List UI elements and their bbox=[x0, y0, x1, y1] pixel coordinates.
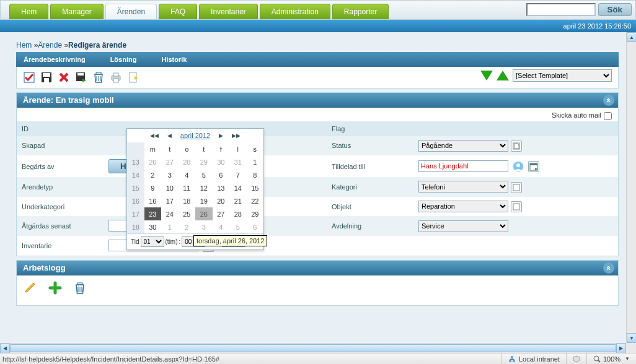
tab-losning[interactable]: Lösning bbox=[110, 56, 137, 63]
template-down-icon[interactable] bbox=[480, 71, 493, 80]
cal-title[interactable]: april 2012 bbox=[180, 132, 210, 139]
cal-day[interactable]: 16 bbox=[144, 194, 162, 207]
calendar-assign-icon[interactable] bbox=[528, 161, 539, 172]
cal-day[interactable]: 6 bbox=[247, 220, 264, 233]
cal-prev-month-icon[interactable]: ◀ bbox=[167, 132, 172, 139]
edit-icon[interactable] bbox=[23, 280, 38, 295]
cal-day[interactable]: 15 bbox=[247, 181, 264, 194]
cal-day[interactable]: 28 bbox=[179, 155, 196, 168]
cal-day[interactable]: 7 bbox=[229, 168, 247, 181]
search-button[interactable]: Sök bbox=[598, 3, 632, 16]
trash-icon[interactable] bbox=[91, 70, 106, 85]
svg-rect-5 bbox=[77, 73, 84, 76]
cal-day[interactable]: 4 bbox=[213, 220, 230, 233]
auto-mail-checkbox[interactable] bbox=[604, 112, 612, 120]
cal-day[interactable]: 12 bbox=[195, 181, 213, 194]
cal-day[interactable]: 3 bbox=[161, 168, 179, 181]
nav-tab-faq[interactable]: FAQ bbox=[159, 4, 197, 19]
kategori-new-icon[interactable] bbox=[511, 182, 522, 193]
cal-day[interactable]: 2 bbox=[179, 220, 196, 233]
delete-icon[interactable] bbox=[56, 70, 71, 85]
cal-hour-select[interactable]: 01 bbox=[141, 236, 164, 247]
datetime-bar: april 23 2012 15:26:50 bbox=[0, 20, 636, 32]
avdelning-select[interactable]: Service bbox=[418, 220, 508, 232]
cal-day[interactable]: 5 bbox=[229, 220, 247, 233]
cal-day[interactable]: 11 bbox=[179, 181, 196, 194]
collapse-icon[interactable] bbox=[603, 95, 614, 106]
cal-day[interactable]: 4 bbox=[179, 168, 196, 181]
cal-day[interactable]: 6 bbox=[213, 168, 230, 181]
cal-day[interactable]: 20 bbox=[213, 194, 230, 207]
intranet-icon bbox=[508, 355, 516, 363]
objekt-new-icon[interactable] bbox=[511, 201, 522, 212]
user-icon[interactable] bbox=[513, 161, 524, 172]
nav-tab-administration[interactable]: Administration bbox=[260, 4, 330, 19]
save-go-icon[interactable] bbox=[74, 70, 89, 85]
add-icon[interactable] bbox=[48, 280, 63, 295]
save-icon[interactable] bbox=[39, 70, 54, 85]
main-nav: Hem Manager Ärenden FAQ Inventarier Admi… bbox=[0, 0, 636, 20]
cal-day[interactable]: 1 bbox=[161, 220, 179, 233]
cal-day[interactable]: 1 bbox=[247, 155, 264, 168]
cal-day[interactable]: 22 bbox=[247, 194, 264, 207]
save-check-icon[interactable] bbox=[22, 70, 37, 85]
cal-day[interactable]: 26 bbox=[144, 155, 162, 168]
cal-day[interactable]: 10 bbox=[161, 181, 179, 194]
cal-day[interactable]: 5 bbox=[195, 168, 213, 181]
svg-rect-3 bbox=[44, 78, 49, 82]
cal-day[interactable]: 18 bbox=[179, 194, 196, 207]
cal-day[interactable]: 14 bbox=[229, 181, 247, 194]
print-icon[interactable] bbox=[108, 70, 123, 85]
cal-day[interactable]: 3 bbox=[195, 220, 213, 233]
cal-day[interactable]: 27 bbox=[161, 155, 179, 168]
horizontal-scrollbar[interactable]: ◀▶ bbox=[0, 343, 626, 353]
nav-tab-rapporter[interactable]: Rapporter bbox=[332, 4, 389, 19]
nav-tab-manager[interactable]: Manager bbox=[50, 4, 103, 19]
template-select[interactable]: [Select Template] bbox=[513, 69, 612, 82]
cal-day[interactable]: 30 bbox=[213, 155, 230, 168]
cal-day[interactable]: 30 bbox=[144, 220, 162, 233]
cal-prev-year-icon[interactable]: ◀◀ bbox=[150, 132, 159, 139]
cal-next-year-icon[interactable]: ▶▶ bbox=[232, 132, 241, 139]
cal-day[interactable]: 27 bbox=[213, 207, 230, 220]
search-input[interactable] bbox=[526, 3, 596, 16]
svg-rect-16 bbox=[513, 184, 519, 191]
status-select[interactable]: Pågående bbox=[418, 140, 508, 152]
cal-day[interactable]: 28 bbox=[229, 207, 247, 220]
vertical-scrollbar[interactable]: ▲▼ bbox=[626, 32, 636, 343]
new-page-icon[interactable] bbox=[126, 70, 141, 85]
collapse-icon-2[interactable] bbox=[603, 262, 614, 274]
status-url: http://lsf-helpdesk5/Helpdesk/Incident/I… bbox=[0, 355, 501, 363]
cal-day[interactable]: 17 bbox=[161, 194, 179, 207]
cal-day[interactable]: 25 bbox=[179, 207, 196, 220]
status-new-icon[interactable] bbox=[511, 141, 522, 152]
cal-day[interactable]: 23 bbox=[144, 207, 162, 220]
cal-day[interactable]: 21 bbox=[229, 194, 247, 207]
breadcrumb-hem[interactable]: Hem bbox=[16, 41, 32, 50]
kategori-select[interactable]: Telefoni bbox=[418, 181, 508, 193]
zoom-icon bbox=[593, 355, 601, 363]
cal-day[interactable]: 29 bbox=[195, 155, 213, 168]
cal-next-month-icon[interactable]: ▶ bbox=[219, 132, 223, 139]
tilldelad-input[interactable] bbox=[418, 160, 508, 172]
trash-icon-2[interactable] bbox=[73, 280, 87, 295]
status-zoom[interactable]: 100% ▼ bbox=[586, 353, 636, 364]
template-up-icon[interactable] bbox=[497, 71, 509, 80]
nav-tab-arenden[interactable]: Ärenden bbox=[105, 4, 157, 19]
cal-day[interactable]: 13 bbox=[213, 181, 230, 194]
tab-arendebeskrivning[interactable]: Ärendebeskrivning bbox=[24, 56, 86, 63]
breadcrumb-arende[interactable]: Ärende bbox=[38, 41, 62, 50]
cal-day[interactable]: 29 bbox=[247, 207, 264, 220]
cal-day[interactable]: 26 bbox=[195, 207, 213, 220]
cal-day[interactable]: 9 bbox=[144, 181, 162, 194]
cal-day[interactable]: 2 bbox=[144, 168, 162, 181]
objekt-select[interactable]: Reparation bbox=[418, 201, 508, 212]
cal-day[interactable]: 8 bbox=[247, 168, 264, 181]
nav-tab-hem[interactable]: Hem bbox=[9, 4, 48, 19]
cal-day[interactable]: 19 bbox=[195, 194, 213, 207]
cal-day[interactable]: 24 bbox=[161, 207, 179, 220]
status-protected[interactable] bbox=[566, 353, 586, 364]
nav-tab-inventarier[interactable]: Inventarier bbox=[199, 4, 258, 19]
cal-day[interactable]: 31 bbox=[229, 155, 247, 168]
tab-historik[interactable]: Historik bbox=[161, 56, 187, 63]
